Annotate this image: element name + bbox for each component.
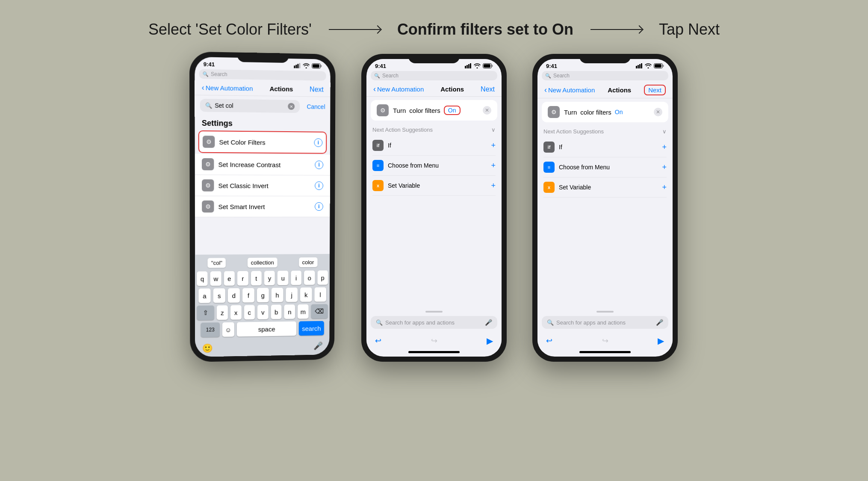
bottom-mic-icon-3[interactable]: 🎤 [656, 319, 663, 326]
list-1: ⚙ Set Color Filters i ⚙ Set Increase Con… [195, 130, 331, 217]
key-backspace[interactable]: ⌫ [311, 304, 328, 319]
suggestion-menu-2[interactable]: ≡ Choose from Menu + [372, 156, 496, 176]
nav-back-1[interactable]: ‹ New Automation [202, 83, 253, 93]
key-k[interactable]: k [300, 287, 312, 302]
suggestion-col[interactable]: "col" [208, 258, 226, 268]
color-filter-icon: ⚙ [203, 136, 215, 148]
key-d[interactable]: d [228, 288, 240, 303]
key-p[interactable]: p [317, 270, 328, 285]
key-space[interactable]: space [237, 322, 296, 337]
key-x[interactable]: x [230, 305, 242, 320]
suggestion-color[interactable]: color [299, 257, 318, 267]
suggestions-section-3: Next Action Suggestions ∨ if If + ≡ Choo… [537, 126, 673, 199]
key-c[interactable]: c [244, 305, 255, 319]
bottom-search-icon-2: 🔍 [376, 319, 383, 326]
list-item-classic-invert[interactable]: ⚙ Set Classic Invert i [195, 175, 330, 196]
key-t[interactable]: t [251, 271, 262, 286]
nav-back-3[interactable]: ‹ New Automation [544, 86, 595, 94]
key-s[interactable]: s [213, 288, 225, 303]
key-l[interactable]: l [314, 287, 326, 302]
key-b[interactable]: b [271, 305, 281, 319]
search-cancel-1[interactable]: Cancel [303, 103, 325, 110]
key-shift[interactable]: ⇧ [197, 305, 214, 320]
increase-contrast-info[interactable]: i [315, 161, 323, 169]
if-plus-3[interactable]: + [662, 143, 667, 152]
key-w[interactable]: w [210, 271, 221, 286]
if-plus-2[interactable]: + [491, 141, 496, 150]
key-row-1: q w e r t y u i o p [197, 270, 328, 286]
classic-invert-info[interactable]: i [315, 181, 323, 190]
svg-rect-20 [655, 64, 661, 68]
nav-title-3: Actions [608, 86, 631, 94]
small-search-hint-2: 🔍 Search [371, 71, 497, 80]
search-hint-text: Search [211, 71, 227, 77]
menu-plus-3[interactable]: + [662, 163, 667, 172]
var-plus-3[interactable]: + [662, 183, 667, 192]
key-f[interactable]: f [242, 288, 254, 303]
mic-key-bottom[interactable]: 🎤 [313, 341, 323, 351]
search-container-1: 🔍 Set col ✕ Cancel [195, 95, 330, 117]
key-search[interactable]: search [299, 321, 324, 336]
menu-icon-3: ≡ [543, 162, 555, 173]
key-g[interactable]: g [257, 288, 269, 302]
redo-icon-3[interactable]: ↪ [602, 336, 608, 345]
smart-invert-info[interactable]: i [315, 202, 323, 211]
nav-next-2[interactable]: Next [481, 86, 495, 93]
key-i[interactable]: i [291, 271, 301, 285]
key-j[interactable]: j [286, 288, 298, 302]
search-clear-1[interactable]: ✕ [288, 103, 295, 110]
key-o[interactable]: o [304, 271, 315, 285]
key-y[interactable]: y [264, 271, 275, 285]
action-close-3[interactable]: ✕ [654, 108, 662, 116]
nav-next-1[interactable]: Next [310, 86, 324, 94]
bottom-search-bar-2[interactable]: 🔍 Search for apps and actions 🎤 [371, 316, 497, 329]
key-123[interactable]: 123 [201, 322, 220, 337]
play-icon-3[interactable]: ▶ [658, 336, 664, 346]
redo-icon-2[interactable]: ↪ [431, 336, 437, 345]
bottom-search-bar-3[interactable]: 🔍 Search for apps and actions 🎤 [542, 316, 668, 329]
wifi-icon-2 [474, 63, 481, 68]
menu-plus-2[interactable]: + [491, 161, 496, 170]
suggestion-var-2[interactable]: x Set Variable + [372, 176, 496, 196]
key-e[interactable]: e [224, 271, 235, 286]
suggestion-collection[interactable]: collection [248, 258, 278, 268]
list-item-set-color-filters[interactable]: ⚙ Set Color Filters i [198, 130, 327, 154]
key-row-2: a s d f g h j k l [197, 287, 328, 303]
color-filter-info[interactable]: i [314, 139, 323, 147]
var-plus-2[interactable]: + [491, 181, 496, 190]
key-u[interactable]: u [278, 271, 288, 285]
search-small-icon: 🔍 [203, 71, 209, 77]
suggestion-if-3[interactable]: if If + [543, 137, 667, 157]
list-item-smart-invert[interactable]: ⚙ Set Smart Invert i [195, 196, 330, 217]
action-middle-2: color filters [409, 107, 440, 114]
key-v[interactable]: v [257, 305, 269, 319]
search-bar-1[interactable]: 🔍 Set col ✕ [200, 99, 300, 113]
nav-back-2[interactable]: ‹ New Automation [373, 85, 424, 94]
suggestion-var-3[interactable]: x Set Variable + [543, 177, 667, 198]
action-text-3: Turn color filters On [564, 109, 623, 116]
notch-3 [579, 54, 631, 63]
nav-back-label-2: New Automation [377, 86, 424, 93]
bottom-mic-icon-2[interactable]: 🎤 [485, 319, 492, 326]
key-h[interactable]: h [272, 288, 283, 302]
key-z[interactable]: z [217, 305, 228, 320]
list-item-increase-contrast[interactable]: ⚙ Set Increase Contrast i [195, 154, 330, 176]
nav-next-boxed-3[interactable]: Next [644, 85, 666, 95]
play-icon-2[interactable]: ▶ [487, 336, 493, 346]
undo-icon-2[interactable]: ↩ [375, 336, 381, 345]
small-search-hint-3: 🔍 Search [542, 71, 668, 80]
action-close-2[interactable]: ✕ [483, 106, 491, 115]
key-q[interactable]: q [197, 271, 208, 286]
key-m[interactable]: m [298, 304, 308, 319]
svg-rect-15 [638, 65, 639, 68]
key-a[interactable]: a [198, 289, 210, 303]
suggestion-menu-3[interactable]: ≡ Choose from Menu + [543, 157, 667, 177]
undo-icon-3[interactable]: ↩ [546, 336, 552, 345]
key-r[interactable]: r [237, 271, 248, 286]
menu-icon-2: ≡ [372, 160, 384, 171]
emoji-key-bottom[interactable]: 🙂 [202, 343, 213, 353]
key-emoji[interactable]: ☺ [222, 322, 234, 337]
on-badge-2[interactable]: On [444, 106, 461, 115]
key-n[interactable]: n [284, 304, 295, 319]
suggestion-if-2[interactable]: if If + [372, 136, 496, 156]
